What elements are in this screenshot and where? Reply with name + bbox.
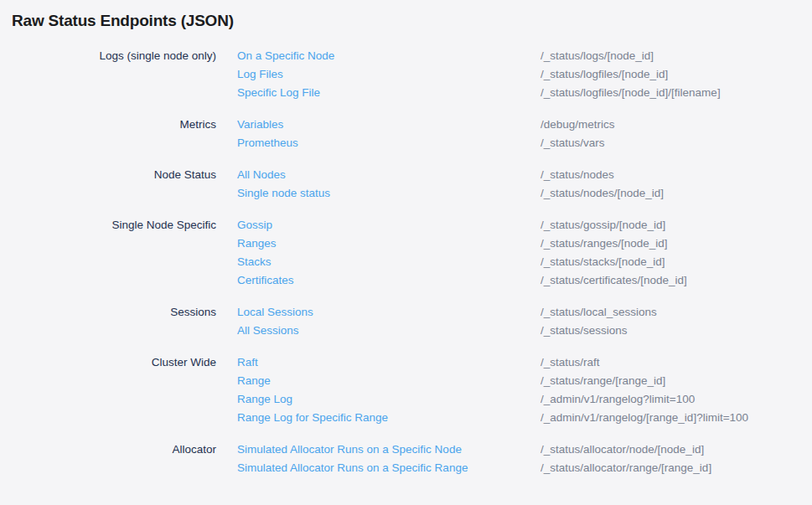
endpoint-section: Single Node SpecificGossip/_status/gossi… xyxy=(0,216,812,290)
category-label: Allocator xyxy=(0,441,216,459)
page-title: Raw Status Endpoints (JSON) xyxy=(0,0,812,31)
endpoint-path: /_status/ranges/[node_id] xyxy=(540,234,668,253)
endpoint-link[interactable]: Specific Log File xyxy=(237,84,540,102)
endpoint-path: /_status/logs/[node_id] xyxy=(540,47,654,65)
category-label: Node Status xyxy=(0,166,216,184)
category-label: Sessions xyxy=(0,303,216,322)
category-label: Cluster Wide xyxy=(0,353,216,372)
endpoint-rows: Local Sessions/_status/local_sessionsAll… xyxy=(237,303,812,340)
endpoint-link[interactable]: Log Files xyxy=(237,65,540,84)
endpoint-link[interactable]: Range xyxy=(237,372,540,390)
endpoint-link[interactable]: All Nodes xyxy=(237,166,540,184)
endpoint-row: Prometheus/_status/vars xyxy=(237,134,812,152)
endpoint-row: Gossip/_status/gossip/[node_id] xyxy=(237,216,812,234)
endpoint-path: /_status/stacks/[node_id] xyxy=(540,253,665,271)
endpoint-link[interactable]: Range Log xyxy=(237,390,540,409)
endpoint-path: /debug/metrics xyxy=(540,116,615,134)
endpoint-link[interactable]: Raft xyxy=(237,353,540,372)
endpoint-sections: Logs (single node only)On a Specific Nod… xyxy=(0,47,812,477)
endpoint-row: Variables/debug/metrics xyxy=(237,116,812,134)
endpoint-path: /_status/nodes/[node_id] xyxy=(540,184,664,203)
endpoint-row: Stacks/_status/stacks/[node_id] xyxy=(237,253,812,271)
endpoint-rows: On a Specific Node/_status/logs/[node_id… xyxy=(237,47,812,102)
endpoint-link[interactable]: Single node status xyxy=(237,184,540,203)
endpoint-path: /_status/logfiles/[node_id]/[filename] xyxy=(540,84,721,102)
endpoint-section: Logs (single node only)On a Specific Nod… xyxy=(0,47,812,102)
endpoint-row: Certificates/_status/certificates/[node_… xyxy=(237,271,812,290)
endpoint-row: All Sessions/_status/sessions xyxy=(237,322,812,340)
endpoint-link[interactable]: Gossip xyxy=(237,216,540,234)
endpoint-path: /_admin/v1/rangelog/[range_id]?limit=100 xyxy=(540,409,748,427)
endpoint-row: Range Log for Specific Range/_admin/v1/r… xyxy=(237,409,812,427)
endpoint-row: Raft/_status/raft xyxy=(237,353,812,372)
endpoint-link[interactable]: Stacks xyxy=(237,253,540,271)
endpoint-row: Log Files/_status/logfiles/[node_id] xyxy=(237,65,812,84)
endpoint-link[interactable]: Prometheus xyxy=(237,134,540,152)
endpoint-section: MetricsVariables/debug/metricsPrometheus… xyxy=(0,116,812,152)
endpoint-row: Specific Log File/_status/logfiles/[node… xyxy=(237,84,812,102)
endpoint-path: /_status/gossip/[node_id] xyxy=(540,216,665,234)
category-label: Metrics xyxy=(0,116,216,134)
endpoint-link[interactable]: Ranges xyxy=(237,234,540,253)
endpoint-rows: Simulated Allocator Runs on a Specific N… xyxy=(237,441,812,477)
endpoint-path: /_status/raft xyxy=(540,353,600,372)
endpoint-rows: Gossip/_status/gossip/[node_id]Ranges/_s… xyxy=(237,216,812,290)
endpoint-row: On a Specific Node/_status/logs/[node_id… xyxy=(237,47,812,65)
endpoint-section: Cluster WideRaft/_status/raftRange/_stat… xyxy=(0,353,812,427)
endpoint-rows: All Nodes/_status/nodesSingle node statu… xyxy=(237,166,812,203)
endpoint-row: Ranges/_status/ranges/[node_id] xyxy=(237,234,812,253)
endpoint-link[interactable]: Variables xyxy=(237,116,540,134)
endpoint-section: AllocatorSimulated Allocator Runs on a S… xyxy=(0,441,812,477)
endpoint-link[interactable]: On a Specific Node xyxy=(237,47,540,65)
endpoint-link[interactable]: Simulated Allocator Runs on a Specific N… xyxy=(237,441,540,459)
endpoint-row: Simulated Allocator Runs on a Specific R… xyxy=(237,459,812,477)
endpoint-row: Single node status/_status/nodes/[node_i… xyxy=(237,184,812,203)
endpoint-path: /_status/allocator/node/[node_id] xyxy=(540,441,704,459)
endpoint-path: /_status/vars xyxy=(540,134,605,152)
endpoint-path: /_status/logfiles/[node_id] xyxy=(540,65,668,84)
endpoint-path: /_status/allocator/range/[range_id] xyxy=(540,459,711,477)
endpoint-path: /_status/local_sessions xyxy=(540,303,657,322)
endpoint-path: /_status/range/[range_id] xyxy=(540,372,665,390)
endpoint-row: Local Sessions/_status/local_sessions xyxy=(237,303,812,322)
category-label: Single Node Specific xyxy=(0,216,216,234)
endpoint-path: /_status/certificates/[node_id] xyxy=(540,271,687,290)
endpoint-section: SessionsLocal Sessions/_status/local_ses… xyxy=(0,303,812,340)
endpoint-link[interactable]: Simulated Allocator Runs on a Specific R… xyxy=(237,459,540,477)
endpoint-row: Range/_status/range/[range_id] xyxy=(237,372,812,390)
endpoint-link[interactable]: Local Sessions xyxy=(237,303,540,322)
endpoint-link[interactable]: Range Log for Specific Range xyxy=(237,409,540,427)
endpoint-section: Node StatusAll Nodes/_status/nodesSingle… xyxy=(0,166,812,203)
endpoint-row: Simulated Allocator Runs on a Specific N… xyxy=(237,441,812,459)
endpoint-link[interactable]: Certificates xyxy=(237,271,540,290)
endpoint-row: Range Log/_admin/v1/rangelog?limit=100 xyxy=(237,390,812,409)
category-label: Logs (single node only) xyxy=(0,47,216,65)
endpoint-row: All Nodes/_status/nodes xyxy=(237,166,812,184)
endpoint-path: /_admin/v1/rangelog?limit=100 xyxy=(540,390,695,409)
endpoint-rows: Raft/_status/raftRange/_status/range/[ra… xyxy=(237,353,812,427)
endpoint-path: /_status/sessions xyxy=(540,322,628,340)
endpoint-path: /_status/nodes xyxy=(540,166,614,184)
endpoint-link[interactable]: All Sessions xyxy=(237,322,540,340)
endpoint-rows: Variables/debug/metricsPrometheus/_statu… xyxy=(237,116,812,152)
